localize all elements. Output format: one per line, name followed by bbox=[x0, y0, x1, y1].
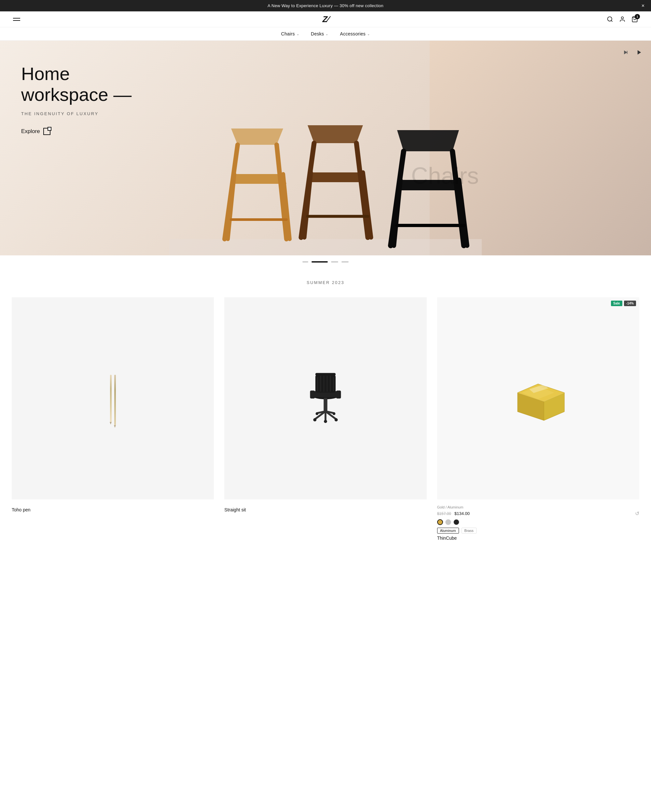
header: Z⁄ 1 bbox=[0, 11, 651, 27]
material-opt-aluminum[interactable]: Aluminum bbox=[437, 528, 459, 534]
dot-2[interactable] bbox=[312, 261, 328, 263]
product-card-toho-pen[interactable]: Toho pen bbox=[6, 292, 219, 547]
color-swatch-gold[interactable] bbox=[437, 519, 443, 525]
badge-sale: Sale bbox=[611, 301, 622, 306]
dot-4[interactable] bbox=[341, 261, 348, 263]
svg-line-1 bbox=[611, 20, 613, 22]
account-button[interactable] bbox=[619, 16, 626, 23]
products-grid: Toho pen bbox=[0, 292, 651, 560]
pen-1 bbox=[110, 375, 112, 422]
slider-dots bbox=[0, 255, 651, 269]
product-image-toho-pen bbox=[12, 297, 214, 499]
product-image-straight-sit bbox=[224, 297, 426, 499]
hero-section: Homeworkspace — THE INGENUITY OF LUXURY … bbox=[0, 41, 651, 255]
material-opt-brass[interactable]: Brass bbox=[462, 528, 477, 534]
dot-1[interactable] bbox=[303, 261, 308, 263]
nav-chairs-label: Chairs bbox=[281, 31, 295, 37]
product-info-toho-pen: Toho pen bbox=[12, 504, 214, 514]
hero-left-panel: Homeworkspace — THE INGENUITY OF LUXURY … bbox=[0, 41, 429, 255]
svg-rect-40 bbox=[324, 398, 327, 411]
hero-play-button[interactable] bbox=[634, 47, 645, 58]
svg-marker-5 bbox=[638, 50, 641, 55]
svg-point-46 bbox=[313, 418, 316, 421]
svg-point-0 bbox=[608, 17, 612, 21]
svg-rect-51 bbox=[315, 373, 336, 375]
price-original-thincube: $157.00 bbox=[437, 511, 451, 516]
hero-controls bbox=[620, 47, 645, 58]
announcement-close-button[interactable]: × bbox=[642, 3, 645, 8]
hamburger-line-1 bbox=[13, 18, 20, 18]
material-options-thincube: Aluminum Brass bbox=[437, 528, 639, 534]
product-info-straight-sit: Straight sit bbox=[224, 504, 426, 514]
search-icon bbox=[607, 16, 613, 23]
nav-item-chairs[interactable]: Chairs ⌄ bbox=[281, 31, 299, 37]
product-name-straight-sit: Straight sit bbox=[224, 507, 426, 512]
explore-label: Explore bbox=[21, 128, 40, 135]
user-icon bbox=[619, 16, 626, 23]
nav-item-desks[interactable]: Desks ⌄ bbox=[311, 31, 329, 37]
office-chair-svg bbox=[296, 369, 355, 428]
svg-point-47 bbox=[324, 420, 327, 423]
svg-rect-31 bbox=[315, 374, 336, 393]
svg-rect-39 bbox=[336, 391, 341, 398]
product-name-thincube: ThinCube bbox=[437, 536, 639, 541]
pen-2 bbox=[114, 375, 116, 425]
hamburger-line-2 bbox=[13, 20, 20, 21]
hero-title: Homeworkspace — bbox=[21, 63, 429, 105]
nav-desks-label: Desks bbox=[311, 31, 324, 37]
chevron-down-icon: ⌄ bbox=[296, 32, 299, 36]
stop-icon bbox=[623, 50, 628, 55]
color-swatch-black[interactable] bbox=[454, 519, 459, 525]
product-card-straight-sit[interactable]: Straight sit bbox=[219, 292, 432, 547]
cart-badge: 1 bbox=[635, 14, 640, 19]
pen-illustration bbox=[110, 297, 116, 499]
svg-point-48 bbox=[335, 418, 338, 421]
svg-rect-38 bbox=[310, 391, 315, 398]
header-right: 1 bbox=[607, 16, 638, 23]
explore-icon bbox=[43, 128, 50, 135]
wishlist-icon-thincube[interactable]: ↺ bbox=[635, 510, 639, 517]
color-swatches-thincube bbox=[437, 519, 639, 525]
svg-point-2 bbox=[621, 17, 623, 19]
main-nav: Chairs ⌄ Desks ⌄ Accessories ⌄ bbox=[0, 27, 651, 41]
hamburger-menu-button[interactable] bbox=[13, 18, 20, 21]
color-swatch-silver[interactable] bbox=[445, 519, 451, 525]
explore-button[interactable]: Explore bbox=[21, 128, 429, 135]
product-badges: Sale -14% bbox=[611, 301, 636, 306]
dot-3[interactable] bbox=[331, 261, 338, 263]
nav-item-accessories[interactable]: Accessories ⌄ bbox=[340, 31, 370, 37]
hero-subtitle: THE INGENUITY OF LUXURY bbox=[21, 111, 429, 116]
product-prices-thincube: $157.00 $134.00 ↺ bbox=[437, 510, 639, 517]
header-left bbox=[13, 18, 20, 21]
announcement-bar: A New Way to Experience Luxury — 30% off… bbox=[0, 0, 651, 11]
chevron-down-icon: ⌄ bbox=[326, 32, 328, 36]
product-material-thincube: Gold / Aluminum bbox=[437, 505, 639, 509]
badge-discount: -14% bbox=[624, 301, 636, 306]
announcement-text: A New Way to Experience Luxury — 30% off… bbox=[267, 3, 384, 8]
product-name-toho-pen: Toho pen bbox=[12, 507, 214, 512]
product-card-thincube[interactable]: Sale -14% bbox=[432, 292, 645, 547]
product-info-thincube: Gold / Aluminum $157.00 $134.00 ↺ Alumin… bbox=[437, 504, 639, 542]
logo-text: Z⁄ bbox=[322, 14, 329, 24]
cube-svg bbox=[506, 369, 571, 428]
hero-stop-button[interactable] bbox=[620, 47, 631, 58]
logo[interactable]: Z⁄ bbox=[322, 14, 329, 24]
product-image-thincube: Sale -14% bbox=[437, 297, 639, 499]
nav-accessories-label: Accessories bbox=[340, 31, 366, 37]
play-icon bbox=[636, 49, 642, 55]
search-button[interactable] bbox=[607, 16, 613, 23]
cart-button[interactable]: 1 bbox=[631, 16, 638, 23]
svg-point-49 bbox=[316, 412, 318, 415]
svg-point-50 bbox=[333, 412, 335, 415]
price-sale-thincube: $134.00 bbox=[454, 511, 470, 516]
summer-label: SUMMER 2023 bbox=[0, 269, 651, 292]
chevron-down-icon: ⌄ bbox=[367, 32, 370, 36]
